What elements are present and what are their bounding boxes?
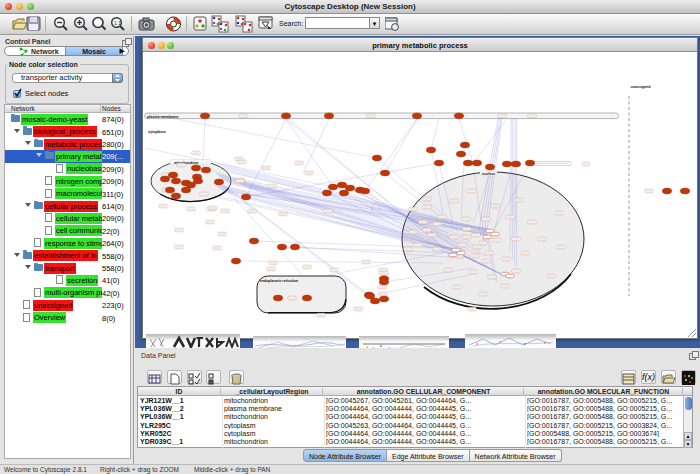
svg-text:nucleus: nucleus [482, 172, 495, 176]
svg-text:unassigned: unassigned [631, 85, 651, 89]
svg-text:1:1: 1:1 [114, 20, 121, 26]
svg-text:cytoplasm: cytoplasm [148, 130, 166, 134]
svg-text:endoplasmic reticulum: endoplasmic reticulum [260, 279, 298, 283]
svg-text:plasma membrane: plasma membrane [147, 115, 179, 119]
